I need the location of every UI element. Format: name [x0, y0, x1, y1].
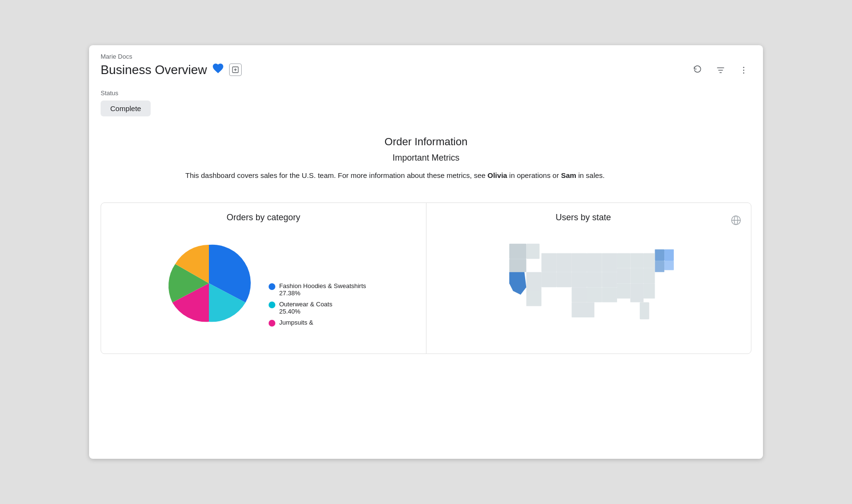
svg-rect-15: [526, 272, 541, 291]
legend-item-1: Fashion Hoodies & Sweatshirts 27.38%: [269, 282, 366, 297]
map-panel-header: Users by state: [436, 213, 742, 230]
svg-rect-14: [509, 259, 526, 272]
users-by-state-panel: Users by state: [426, 203, 751, 353]
page-title: Business Overview: [101, 63, 207, 77]
order-info-section: Order Information Important Metrics This…: [101, 116, 751, 191]
svg-rect-31: [571, 287, 586, 302]
legend-text-2: Outerwear & Coats 25.40%: [279, 301, 333, 315]
svg-rect-21: [556, 272, 571, 287]
pie-legend: Fashion Hoodies & Sweatshirts 27.38% Out…: [269, 282, 366, 327]
chart-content: Fashion Hoodies & Sweatshirts 27.38% Out…: [111, 230, 416, 327]
svg-rect-13: [526, 244, 540, 259]
orders-by-category-title: Orders by category: [111, 213, 416, 223]
svg-rect-39: [655, 261, 664, 272]
svg-rect-19: [571, 253, 586, 272]
order-info-title: Order Information: [112, 136, 740, 148]
svg-rect-40: [664, 261, 674, 270]
svg-rect-27: [617, 253, 631, 268]
svg-rect-37: [655, 250, 664, 261]
content: Status Complete Order Information Import…: [89, 82, 763, 362]
svg-rect-12: [509, 244, 526, 259]
legend-dot-1: [269, 283, 275, 290]
svg-point-7: [743, 70, 745, 71]
description: This dashboard covers sales for the U.S.…: [185, 170, 667, 181]
add-window-icon[interactable]: [229, 63, 242, 76]
status-label: Status: [101, 89, 751, 97]
svg-rect-34: [617, 283, 631, 298]
contact-sam: Sam: [561, 171, 576, 179]
legend-item-2: Outerwear & Coats 25.40%: [269, 301, 366, 315]
important-metrics: Important Metrics: [112, 153, 740, 163]
legend-dot-3: [269, 320, 275, 327]
contact-olivia: Olivia: [488, 171, 507, 179]
svg-rect-38: [664, 250, 674, 261]
svg-rect-18: [556, 253, 571, 272]
svg-rect-43: [571, 302, 594, 317]
svg-point-8: [743, 73, 745, 74]
svg-point-6: [743, 67, 745, 68]
svg-rect-28: [630, 253, 644, 268]
svg-rect-24: [602, 253, 617, 272]
svg-rect-41: [644, 253, 655, 268]
breadcrumb: Marie Docs: [101, 53, 242, 60]
svg-rect-26: [602, 272, 617, 287]
header-left: Marie Docs Business Overview: [101, 53, 242, 77]
header: Marie Docs Business Overview: [89, 45, 763, 82]
heart-icon[interactable]: [212, 62, 224, 77]
legend-text-1: Fashion Hoodies & Sweatshirts 27.38%: [279, 282, 366, 297]
svg-rect-44: [640, 302, 649, 319]
status-section: Status Complete: [101, 89, 751, 116]
svg-rect-32: [587, 287, 602, 302]
title-row: Business Overview: [101, 62, 242, 77]
svg-rect-20: [542, 272, 556, 287]
svg-rect-33: [602, 287, 617, 302]
main-window: Marie Docs Business Overview: [89, 45, 763, 459]
svg-rect-29: [617, 268, 631, 283]
globe-icon[interactable]: [731, 215, 741, 228]
legend-text-3: Jumpsuits &: [279, 319, 313, 326]
svg-rect-25: [587, 272, 602, 287]
svg-rect-42: [644, 268, 655, 283]
status-badge[interactable]: Complete: [101, 101, 151, 116]
legend-item-3: Jumpsuits &: [269, 319, 366, 327]
more-button[interactable]: [736, 63, 751, 78]
filter-button[interactable]: [713, 63, 728, 78]
svg-rect-36: [644, 283, 655, 298]
svg-rect-17: [542, 253, 556, 272]
svg-rect-35: [630, 283, 644, 302]
svg-rect-22: [571, 272, 586, 287]
svg-rect-23: [587, 253, 602, 272]
legend-dot-2: [269, 302, 275, 308]
header-right: [690, 53, 751, 78]
orders-by-category-panel: Orders by category: [101, 203, 426, 353]
charts-row: Orders by category: [101, 202, 751, 354]
refresh-button[interactable]: [690, 63, 705, 78]
users-by-state-title: Users by state: [436, 213, 731, 223]
svg-rect-16: [526, 291, 541, 306]
svg-rect-30: [630, 268, 644, 283]
pie-chart: [161, 240, 257, 327]
us-map: [436, 238, 742, 344]
